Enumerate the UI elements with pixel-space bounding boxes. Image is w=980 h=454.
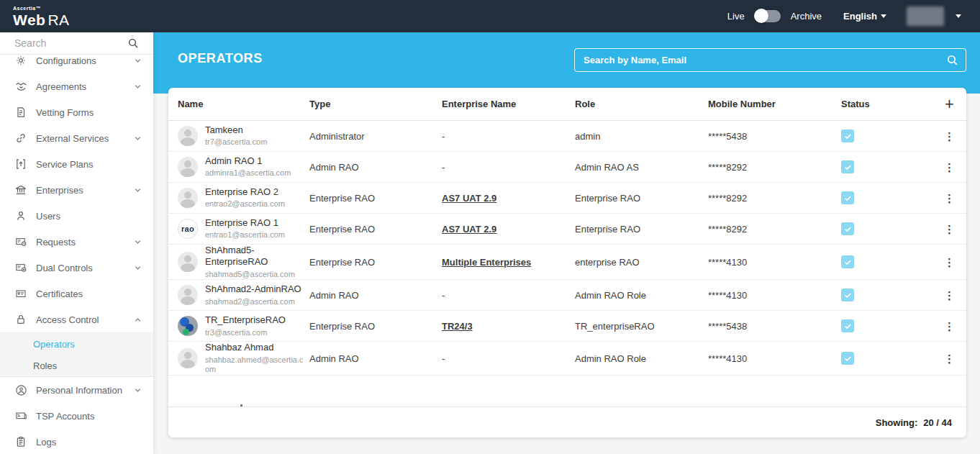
enterprise-link[interactable]: TR24/3 [442,321,473,332]
toggle-knob[interactable] [754,9,768,23]
operator-role: Admin RAO AS [575,162,708,173]
operators-table-card: Name Type Enterprise Name Role Mobile Nu… [168,88,966,437]
sidebar-item-certificates[interactable]: Certificates [0,281,153,307]
sidebar-item-personal-information[interactable]: Personal Information [0,377,153,403]
main-content: OPERATORS Name Type Enterprise Name Role… [153,32,980,454]
operator-email: tr3@ascertia.com [205,328,286,338]
sidebar-item-access-control[interactable]: Access Control [0,307,153,332]
sidebar-item-label: Dual Controls [36,263,134,273]
avatar [178,126,198,146]
sidebar-item-label: TSP Accounts [36,411,142,422]
operator-role: admin [575,131,708,142]
sidebar-item-logs[interactable]: Logs [0,429,153,454]
avatar [178,316,198,336]
sidebar-item-requests[interactable]: Requests [0,229,153,255]
row-menu-kebab-icon[interactable]: ⋮ [944,290,955,301]
certificate-icon [14,287,27,300]
operator-mobile: *****8292 [708,162,841,173]
operator-name: ShAhmad2-AdminRAO [205,283,301,295]
enterprise-value: - [442,162,445,173]
user-menu-chevron-icon[interactable] [956,14,961,18]
live-archive-toggle[interactable] [755,10,781,22]
operator-mobile: *****8292 [708,224,841,235]
row-menu-kebab-icon[interactable]: ⋮ [944,224,955,235]
status-checkbox[interactable] [841,130,854,142]
row-menu-kebab-icon[interactable]: ⋮ [944,257,955,268]
sidebar-item-service-plans[interactable]: Service Plans [0,151,153,177]
operator-name: ShAhmad5-EnterpriseRAO [205,245,304,268]
row-menu-kebab-icon[interactable]: ⋮ [944,193,955,204]
sidebar-item-label: Users [36,211,142,222]
sidebar-item-dual-controls[interactable]: Dual Controls [0,255,153,281]
row-menu-kebab-icon[interactable]: ⋮ [944,353,955,364]
operator-email: shahmad5@ascertia.com [205,270,304,280]
operators-search [574,48,966,72]
add-operator-button[interactable]: + [945,98,954,111]
operator-role: Admin RAO Role [575,353,708,364]
operator-email: shahbaz.ahmed@ascertia.com [205,355,304,376]
operator-name: Shahbaz Ahmad [205,342,304,353]
status-checkbox[interactable] [841,352,854,365]
operator-type: Administrator [309,131,442,142]
showing-count: 20 / 44 [923,417,952,428]
search-icon[interactable] [946,54,958,66]
sidebar-item-label: Agreements [36,81,134,92]
sidebar-item-label: Personal Information [36,385,134,396]
row-menu-kebab-icon[interactable]: ⋮ [944,162,955,173]
enterprise-value: - [442,353,445,364]
search-icon[interactable] [127,37,139,49]
table-footer: Showing: 20 / 44 [168,407,966,437]
user-name-redacted[interactable] [907,6,944,26]
operator-email: adminra1@ascertia.com [205,168,291,178]
request-card-icon [14,235,27,248]
operator-type: Enterprise RAO [309,257,442,268]
status-checkbox[interactable] [841,191,854,204]
status-checkbox[interactable] [841,255,854,268]
page-title: OPERATORS [178,51,263,66]
sidebar-subitem-operators[interactable]: Operators [0,333,153,355]
operators-search-input[interactable] [575,49,946,71]
enterprise-link[interactable]: AS7 UAT 2.9 [442,193,496,204]
operator-name: Tamkeen [205,124,267,136]
column-header-type: Type [309,99,442,109]
language-selector[interactable]: English [843,11,886,22]
sidebar-item-label: Certificates [36,289,142,299]
chevron-down-icon [134,83,142,91]
page-header-band: OPERATORS [153,32,980,94]
operator-name: Enterprise RAO 2 [205,186,285,198]
sidebar-subitem-roles[interactable]: Roles [0,355,153,376]
package-icon [14,158,27,171]
status-checkbox[interactable] [841,222,854,235]
sidebar-item-users[interactable]: Users [0,203,153,229]
avatar [178,157,198,177]
gear-icon [14,54,27,67]
sidebar-item-label: Service Plans [36,159,142,170]
chevron-down-icon [134,57,142,65]
column-header-role: Role [575,99,708,109]
operator-type: Admin RAO [309,290,442,301]
enterprise-link[interactable]: Multiple Enterprises [442,257,531,268]
column-header-mobile: Mobile Number [708,99,841,109]
link-icon [14,132,27,145]
dual-card-icon [14,261,27,274]
status-checkbox[interactable] [841,289,854,301]
enterprise-link[interactable]: AS7 UAT 2.9 [442,224,496,235]
app-logo: Ascertia™ WebRA [0,6,70,27]
table-header-row: Name Type Enterprise Name Role Mobile Nu… [168,88,966,121]
sidebar-item-agreements[interactable]: Agreements [0,73,153,99]
operator-type: Enterprise RAO [309,224,442,235]
row-menu-kebab-icon[interactable]: ⋮ [944,321,955,332]
enterprise-value: - [442,290,445,301]
table-body: Tamkeentr7@ascertia.comAdministrator-adm… [168,121,966,401]
sidebar-item-vetting-forms[interactable]: Vetting Forms [0,99,153,125]
row-menu-kebab-icon[interactable]: ⋮ [944,131,955,142]
status-checkbox[interactable] [841,160,854,173]
sidebar-item-tsp-accounts[interactable]: TSP Accounts [0,403,153,429]
operator-email: entrao1@ascertia.com [205,230,285,240]
sidebar-item-external-services[interactable]: External Services [0,125,153,151]
avatar [178,252,198,272]
chevron-down-icon [134,386,142,394]
sidebar-item-enterprises[interactable]: Enterprises [0,177,153,203]
sidebar: ConfigurationsAgreementsVetting FormsExt… [0,32,153,454]
status-checkbox[interactable] [841,319,854,332]
